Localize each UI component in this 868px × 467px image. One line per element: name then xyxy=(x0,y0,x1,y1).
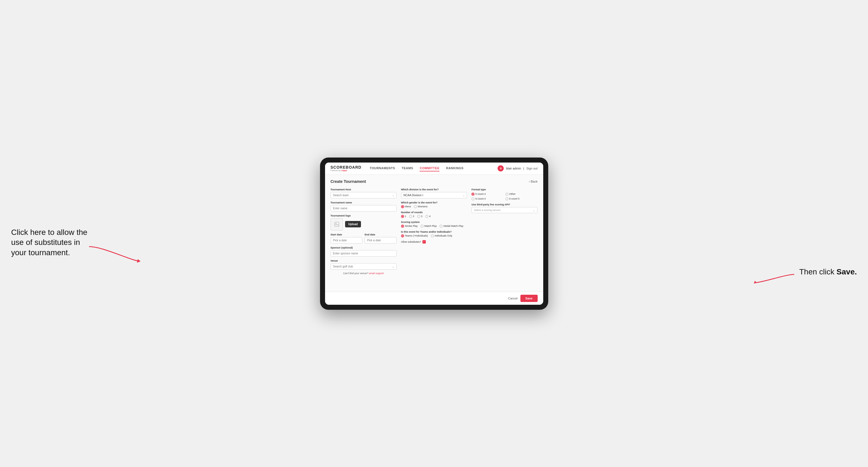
tournament-name-input[interactable] xyxy=(331,205,397,212)
scoring-match-option[interactable]: Match Play xyxy=(421,225,437,228)
rounds-label: Number of rounds xyxy=(401,211,467,214)
nav-links: TOURNAMENTS TEAMS COMMITTEE RANKINGS xyxy=(370,165,498,172)
rounds-4-option[interactable]: 4 xyxy=(425,215,431,218)
end-date-label: End date xyxy=(365,233,397,236)
start-date-input[interactable] xyxy=(331,237,363,244)
rounds-3-radio[interactable] xyxy=(417,215,420,218)
scoring-match-label: Match Play xyxy=(425,225,437,227)
division-select-wrapper: NCAA Division I xyxy=(401,192,467,198)
rounds-group: Number of rounds 1 2 xyxy=(401,211,467,218)
page-header: Create Tournament ‹ Back xyxy=(331,179,538,184)
format-other-option[interactable]: Other xyxy=(505,193,538,196)
form-grid: Tournament Host Tournament name Tourname… xyxy=(331,188,538,275)
scoring-api-select[interactable]: Select a scoring service xyxy=(471,207,537,213)
date-row: Start date End date xyxy=(331,233,397,244)
teams-teams-option[interactable]: Teams (+Individuals) xyxy=(401,234,428,238)
teams-label: Is this event for Teams and/or Individua… xyxy=(401,230,467,233)
upload-button[interactable]: Upload xyxy=(345,221,361,227)
substitutes-checkbox[interactable]: ✓ xyxy=(423,240,426,244)
logo-powered: Powered by clippd xyxy=(331,169,362,172)
scoring-api-select-wrapper: Select a scoring service xyxy=(471,207,537,213)
back-link[interactable]: ‹ Back xyxy=(529,180,537,183)
tablet-frame: SCOREBOARD Powered by clippd TOURNAMENTS… xyxy=(320,158,548,310)
teams-teams-radio[interactable] xyxy=(401,234,404,238)
scoring-stroke-option[interactable]: Stroke Play xyxy=(401,225,418,228)
tournament-name-label: Tournament name xyxy=(331,201,397,204)
arrow-left-icon xyxy=(86,241,142,263)
sponsor-label: Sponsor (optional) xyxy=(331,246,397,249)
format-5count4-radio[interactable] xyxy=(471,193,474,196)
scoring-stroke-radio[interactable] xyxy=(401,225,404,228)
scoring-system-radio-group: Stroke Play Match Play Medal Match Play xyxy=(401,225,467,228)
rounds-3-option[interactable]: 3 xyxy=(417,215,423,218)
tournament-host-input[interactable] xyxy=(331,192,397,198)
sponsor-input[interactable] xyxy=(331,250,397,257)
format-other-label: Other xyxy=(509,193,516,195)
cancel-button[interactable]: Cancel xyxy=(508,297,518,300)
teams-individuals-option[interactable]: Individuals Only xyxy=(431,234,453,238)
scoring-api-label: Use third-party live scoring API? xyxy=(471,203,537,206)
form-footer: Cancel Save xyxy=(325,292,543,305)
navigation-bar: SCOREBOARD Powered by clippd TOURNAMENTS… xyxy=(325,162,543,175)
rounds-1-option[interactable]: 1 xyxy=(401,215,406,218)
rounds-4-label: 4 xyxy=(429,215,431,218)
form-col-3: Format type 5 count 4 Other xyxy=(471,188,537,275)
format-6count4-radio[interactable] xyxy=(471,197,474,200)
format-other-radio[interactable] xyxy=(505,193,508,196)
rounds-1-radio[interactable] xyxy=(401,215,404,218)
gender-label: Which gender is the event for? xyxy=(401,201,467,204)
format-6count5-option[interactable]: 6 count 5 xyxy=(505,197,538,200)
gender-mens-option[interactable]: Mens xyxy=(401,205,411,208)
nav-tournaments[interactable]: TOURNAMENTS xyxy=(370,165,395,172)
division-label: Which division is the event for? xyxy=(401,188,467,191)
rounds-1-label: 1 xyxy=(405,215,406,218)
nav-committee[interactable]: COMMITTEE xyxy=(420,165,439,172)
gender-womens-radio[interactable] xyxy=(414,205,417,208)
rounds-2-label: 2 xyxy=(413,215,414,218)
sponsor-group: Sponsor (optional) xyxy=(331,246,397,257)
rounds-2-option[interactable]: 2 xyxy=(409,215,414,218)
venue-input[interactable] xyxy=(331,263,397,270)
venue-select-wrapper xyxy=(331,263,397,270)
tournament-logo-group: Tournament logo Upload xyxy=(331,214,397,230)
gender-womens-label: Womens xyxy=(418,205,428,208)
format-5count4-label: 5 count 4 xyxy=(475,193,486,195)
substitutes-group: Allow substitutes? ✓ xyxy=(401,240,467,244)
format-5count4-option[interactable]: 5 count 4 xyxy=(471,193,504,196)
teams-individuals-radio[interactable] xyxy=(431,234,434,238)
rounds-2-radio[interactable] xyxy=(409,215,412,218)
logo-placeholder-icon xyxy=(331,218,343,230)
user-avatar: B xyxy=(498,165,504,172)
rounds-3-label: 3 xyxy=(421,215,423,218)
venue-group: Venue Can't find your venue? email suppo… xyxy=(331,259,397,275)
page-content: Create Tournament ‹ Back Tournament Host xyxy=(325,175,543,292)
venue-email-link[interactable]: email support xyxy=(369,272,384,275)
division-select[interactable]: NCAA Division I xyxy=(401,192,467,198)
format-6count4-option[interactable]: 6 count 4 xyxy=(471,197,504,200)
gender-mens-radio[interactable] xyxy=(401,205,404,208)
substitutes-label: Allow substitutes? xyxy=(401,241,421,243)
nav-teams[interactable]: TEAMS xyxy=(402,165,413,172)
format-6count5-radio[interactable] xyxy=(505,197,508,200)
sign-out-link[interactable]: Sign out xyxy=(526,167,537,170)
tournament-host-select-wrapper xyxy=(331,192,397,198)
scoring-medal-option[interactable]: Medal Match Play xyxy=(439,225,463,228)
nav-user-area: B blair admin | Sign out xyxy=(498,165,537,172)
gender-womens-option[interactable]: Womens xyxy=(414,205,428,208)
format-type-label: Format type xyxy=(471,188,537,191)
rounds-4-radio[interactable] xyxy=(425,215,428,218)
scoring-medal-radio[interactable] xyxy=(439,225,442,228)
svg-rect-1 xyxy=(335,222,339,226)
nav-rankings[interactable]: RANKINGS xyxy=(446,165,464,172)
gender-radio-group: Mens Womens xyxy=(401,205,467,208)
svg-marker-3 xyxy=(754,281,757,284)
scoring-match-radio[interactable] xyxy=(421,225,424,228)
save-button[interactable]: Save xyxy=(520,295,538,302)
scoring-medal-label: Medal Match Play xyxy=(443,225,463,227)
scoring-system-label: Scoring system xyxy=(401,221,467,223)
substitutes-checkbox-item: Allow substitutes? ✓ xyxy=(401,240,467,244)
tournament-logo-label: Tournament logo xyxy=(331,214,397,217)
annotation-left: Click here to allow the use of substitut… xyxy=(11,227,89,258)
end-date-input[interactable] xyxy=(365,237,397,244)
tournament-host-group: Tournament Host xyxy=(331,188,397,198)
